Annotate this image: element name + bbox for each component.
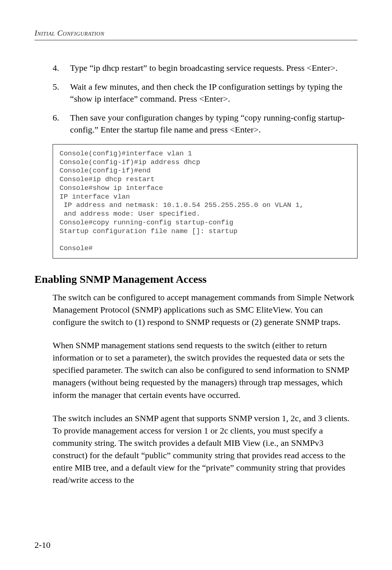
section-heading: Enabling SNMP Management Access <box>34 273 358 285</box>
console-output: Console(config)#interface vlan 1 Console… <box>53 144 358 258</box>
step-item: 6. Then save your configuration changes … <box>53 112 356 136</box>
body-paragraph: The switch can be configured to accept m… <box>53 291 358 328</box>
header-rule <box>34 40 358 40</box>
page-number: 2-10 <box>34 540 50 550</box>
step-number: 6. <box>53 112 70 136</box>
body-paragraph: When SNMP management stations send reque… <box>53 339 358 401</box>
step-number: 5. <box>53 81 70 105</box>
step-item: 4. Type “ip dhcp restart” to begin broad… <box>53 62 356 74</box>
step-number: 4. <box>53 62 70 74</box>
step-text: Then save your configuration changes by … <box>70 112 356 136</box>
running-header: Initial Configuration <box>34 28 358 38</box>
step-item: 5. Wait a few minutes, and then check th… <box>53 81 356 105</box>
document-page: Initial Configuration 4. Type “ip dhcp r… <box>0 0 392 570</box>
main-content: 4. Type “ip dhcp restart” to begin broad… <box>34 62 358 136</box>
ordered-steps: 4. Type “ip dhcp restart” to begin broad… <box>53 62 356 136</box>
body-paragraph: The switch includes an SNMP agent that s… <box>53 412 358 486</box>
step-text: Type “ip dhcp restart” to begin broadcas… <box>70 62 356 74</box>
step-text: Wait a few minutes, and then check the I… <box>70 81 356 105</box>
